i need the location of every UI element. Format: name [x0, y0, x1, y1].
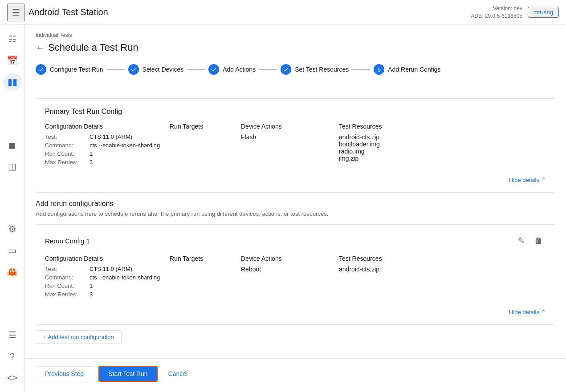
step-add-actions: Add Actions	[208, 64, 256, 75]
sidebar-item-analytics[interactable]: ▮▮	[4, 73, 21, 91]
rerun-section: Add rerun configurations Add configurati…	[36, 200, 555, 351]
rerun-max-retries-value: 3	[90, 291, 93, 298]
sidebar-item-servers[interactable]: ◫	[4, 158, 21, 175]
back-button[interactable]: ←	[36, 43, 45, 53]
command-value: cts --enable-token-sharding	[90, 142, 160, 149]
resource-item-2: radio.img	[339, 148, 546, 155]
sidebar-item-code[interactable]: <>	[4, 369, 21, 387]
start-test-run-button[interactable]: Start Test Run	[98, 366, 157, 382]
rerun-config-details-col: Test: CTS 11.0 (ARM) Command: cts --enab…	[45, 266, 170, 299]
step-check-configure	[36, 64, 46, 75]
rerun-test-resources-col: android-cts.zip	[339, 266, 546, 299]
rerun-section-desc: Add configurations here to schedule reru…	[36, 210, 555, 217]
rerun-config-table: Configuration Details Run Targets Device…	[45, 255, 546, 299]
chevron-up-icon: ⌃	[541, 177, 546, 183]
sidebar-item-help[interactable]: ?	[4, 348, 21, 365]
rerun-hide-details-button[interactable]: Hide details ⌃	[509, 309, 546, 315]
connector-4	[352, 69, 370, 70]
rerun-run-count-value: 1	[90, 283, 93, 289]
step-label-devices: Select Devices	[143, 66, 184, 73]
primary-test-resources-col: android-cts.zip bootloader.img radio.img…	[339, 133, 546, 167]
test-value: CTS 11.0 (ARM)	[90, 133, 132, 140]
sidebar-item-settings[interactable]: ⚙	[4, 220, 21, 238]
rerun-config-1-card: Rerun Config 1 ✎ 🗑 Configuration Details…	[36, 224, 555, 325]
sidebar-item-android[interactable]: 🦀	[4, 263, 21, 281]
primary-run-targets-col	[170, 133, 241, 167]
sidebar-item-device[interactable]: ◼	[4, 136, 21, 154]
max-retries-value: 3	[90, 159, 93, 166]
step-check-devices	[128, 64, 139, 75]
env-badge[interactable]: mtt-eng	[528, 7, 559, 18]
primary-hide-details-button[interactable]: Hide details ⌃	[509, 177, 546, 183]
resource-item-3: img.zip	[339, 155, 546, 162]
col-header-details: Configuration Details	[45, 123, 170, 133]
edit-rerun-button[interactable]: ✎	[514, 234, 528, 248]
sidebar: ☷ 📅 ▮▮ ◼ ◫ ⚙ ▭ 🦀 ☰ ? <>	[0, 25, 25, 392]
rerun-run-count-key: Run Count:	[45, 283, 90, 289]
rerun-device-actions-col: Reboot	[241, 266, 339, 299]
max-retries-key: Max Retries:	[45, 159, 90, 166]
topbar: ☰ Android Test Station Version: dev ADB:…	[0, 0, 566, 25]
primary-device-action-flash: Flash	[241, 133, 256, 141]
rerun-test-value: CTS 11.0 (ARM)	[90, 266, 132, 272]
content-area: Individual Tests ← Schedule a Test Run C…	[25, 25, 566, 392]
step-number-rerun: 5	[374, 64, 384, 75]
cancel-button[interactable]: Cancel	[163, 367, 193, 381]
rerun-command-value: cts --enable-token-sharding	[90, 274, 160, 281]
stepper: Configure Test Run Select Devices Ad	[36, 64, 555, 84]
rerun-test-key: Test:	[45, 266, 90, 272]
rerun-col-header-run-targets: Run Targets	[170, 255, 241, 266]
add-config-button[interactable]: + Add test run configuration	[36, 330, 122, 344]
sidebar-item-window[interactable]: ▭	[4, 242, 21, 259]
rerun-config-1-title: Rerun Config 1	[45, 237, 90, 245]
sidebar-item-calendar[interactable]: 📅	[4, 52, 21, 69]
col-header-run-targets: Run Targets	[170, 123, 241, 133]
rerun-chevron-up-icon: ⌃	[541, 309, 546, 315]
rerun-resource-item-0: android-cts.zip	[339, 266, 546, 273]
step-label-configure: Configure Test Run	[50, 66, 103, 73]
delete-rerun-button[interactable]: 🗑	[532, 234, 546, 248]
primary-config-table: Configuration Details Run Targets Device…	[45, 123, 546, 167]
rerun-run-targets-col	[170, 266, 241, 299]
step-set-resources: Set Test Resources	[281, 64, 349, 75]
step-check-actions	[208, 64, 219, 75]
main-layout: ☷ 📅 ▮▮ ◼ ◫ ⚙ ▭ 🦀 ☰ ? <> Individual Tests…	[0, 25, 566, 392]
bottom-bar: Previous Step Start Test Run Cancel	[25, 358, 566, 389]
app-title: Android Test Station	[29, 7, 471, 17]
step-label-actions: Add Actions	[223, 66, 256, 73]
step-select-devices: Select Devices	[128, 64, 184, 75]
page-header: ← Schedule a Test Run	[36, 42, 555, 53]
resource-item-0: android-cts.zip	[339, 133, 546, 141]
step-label-resources: Set Test Resources	[295, 66, 349, 73]
connector-1	[107, 69, 125, 70]
step-add-rerun: 5 Add Rerun Configs	[374, 64, 440, 75]
previous-step-button[interactable]: Previous Step	[36, 366, 93, 381]
run-count-key: Run Count:	[45, 150, 90, 157]
rerun-col-header-details: Configuration Details	[45, 255, 170, 266]
page-title: Schedule a Test Run	[48, 42, 138, 53]
rerun-card-actions: ✎ 🗑	[514, 234, 546, 248]
menu-icon[interactable]: ☰	[7, 4, 25, 21]
primary-config-title: Primary Test Run Config	[45, 108, 546, 116]
primary-config-card: Primary Test Run Config Configuration De…	[36, 98, 555, 193]
primary-device-actions-col: Flash	[241, 133, 339, 167]
rerun-max-retries-key: Max Retries:	[45, 291, 90, 298]
rerun-col-header-device-actions: Device Actions	[241, 255, 339, 266]
connector-3	[259, 69, 277, 70]
connector-2	[187, 69, 205, 70]
run-count-value: 1	[90, 150, 93, 157]
col-header-device-actions: Device Actions	[241, 123, 339, 133]
sidebar-item-tasks[interactable]: ☷	[4, 30, 21, 48]
breadcrumb: Individual Tests	[36, 32, 555, 38]
rerun-command-key: Command:	[45, 274, 90, 281]
step-check-resources	[281, 64, 291, 75]
step-configure: Configure Test Run	[36, 64, 103, 75]
rerun-section-title: Add rerun configurations	[36, 200, 555, 208]
command-key: Command:	[45, 142, 90, 149]
primary-config-details-col: Test: CTS 11.0 (ARM) Command: cts --enab…	[45, 133, 170, 167]
rerun-device-action-reboot: Reboot	[241, 266, 261, 273]
resource-item-1: bootloader.img	[339, 141, 546, 148]
sidebar-item-list[interactable]: ☰	[4, 326, 21, 344]
version-info: Version: dev ADB: 29.0.6-6198805	[471, 5, 522, 20]
test-key: Test:	[45, 133, 90, 140]
